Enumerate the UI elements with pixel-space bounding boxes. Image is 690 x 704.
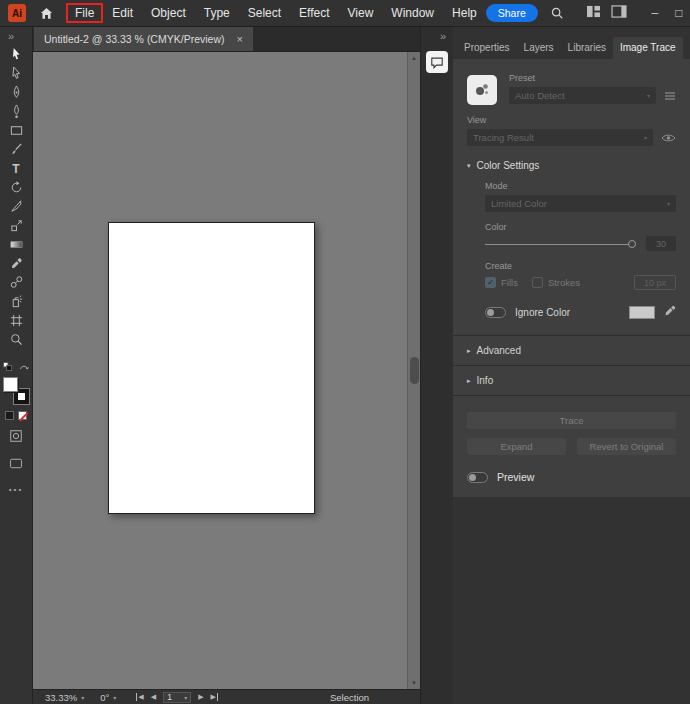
panel-collapse-icon[interactable]: » — [440, 30, 446, 42]
edit-toolbar-icon[interactable]: ••• — [9, 485, 23, 494]
zoom-level-dropdown[interactable]: 33.33% ▾ — [45, 692, 84, 703]
selection-tool[interactable] — [4, 45, 28, 64]
vertical-scrollbar[interactable]: ▲ ▼ — [407, 52, 420, 689]
color-slider[interactable] — [485, 237, 636, 251]
drawing-modes-icon[interactable] — [9, 429, 23, 447]
color-label: Color — [485, 222, 676, 232]
panel-menu-icon[interactable] — [664, 91, 676, 101]
menu-item-type[interactable]: Type — [195, 3, 239, 23]
rotate-tool[interactable] — [4, 178, 28, 197]
scroll-down-icon[interactable]: ▼ — [408, 680, 420, 686]
menu-item-object[interactable]: Object — [142, 3, 195, 23]
search-icon[interactable] — [550, 6, 564, 20]
share-button[interactable]: Share — [486, 4, 538, 22]
last-artboard-icon[interactable]: ▶ — [211, 693, 218, 701]
chevron-down-icon: ▾ — [647, 92, 650, 99]
illustrator-logo[interactable]: Ai — [8, 4, 26, 22]
artboard-number-field[interactable]: 1 ▾ — [163, 692, 191, 703]
menu-item-effect[interactable]: Effect — [290, 3, 338, 23]
tab-layers[interactable]: Layers — [517, 37, 561, 59]
maximize-button[interactable]: □ — [667, 0, 690, 27]
pen-tool[interactable] — [4, 83, 28, 102]
scroll-up-icon[interactable]: ▲ — [408, 55, 420, 61]
zoom-tool[interactable] — [4, 330, 28, 349]
tab-image-trace[interactable]: Image Trace — [613, 37, 683, 59]
slider-knob[interactable] — [628, 240, 636, 248]
stroke-width-field[interactable]: 10 px — [634, 275, 676, 290]
home-icon[interactable] — [39, 6, 54, 21]
none-color-icon[interactable] — [18, 411, 27, 420]
ignore-color-swatch[interactable] — [629, 306, 655, 319]
fills-checkbox[interactable]: ✓ — [485, 277, 496, 288]
image-trace-panel: Preset Auto Detect ▾ View — [453, 59, 690, 497]
fill-color-swatch[interactable] — [3, 377, 18, 392]
color-settings-label: Color Settings — [477, 160, 540, 171]
comment-bubble-icon — [430, 56, 444, 69]
revert-to-original-button[interactable]: Revert to Original — [577, 438, 676, 455]
previous-artboard-icon[interactable]: ◀ — [151, 693, 156, 701]
next-artboard-icon[interactable]: ▶ — [198, 693, 203, 701]
ignore-color-toggle[interactable] — [485, 307, 506, 318]
first-artboard-icon[interactable]: ◀ — [136, 693, 143, 701]
arrange-documents-icon[interactable] — [586, 4, 601, 22]
color-button[interactable] — [5, 411, 14, 420]
color-mini-controls — [3, 357, 29, 375]
swap-colors-icon[interactable] — [19, 357, 29, 375]
canvas[interactable]: ▲ ▼ — [33, 52, 420, 689]
expand-button[interactable]: Expand — [467, 438, 566, 455]
slider-track — [485, 244, 632, 245]
type-tool[interactable]: T — [4, 159, 28, 178]
stroke-width-value: 10 px — [644, 278, 666, 288]
zoom-level-value: 33.33% — [45, 692, 77, 703]
advanced-section-header[interactable]: ▸ Advanced — [453, 336, 690, 365]
curvature-tool[interactable] — [4, 102, 28, 121]
menu-item-file[interactable]: File — [66, 3, 103, 23]
rectangle-tool[interactable] — [4, 121, 28, 140]
symbol-sprayer-tool[interactable] — [4, 292, 28, 311]
color-settings-section-header[interactable]: ▾ Color Settings — [453, 146, 690, 171]
screen-mode-icon[interactable] — [9, 455, 23, 473]
default-colors-icon[interactable] — [3, 357, 12, 375]
knife-tool[interactable] — [4, 197, 28, 216]
menu-item-edit[interactable]: Edit — [103, 3, 142, 23]
menu-item-view[interactable]: View — [339, 3, 383, 23]
tab-libraries[interactable]: Libraries — [561, 37, 613, 59]
mode-dropdown[interactable]: Limited Color ▾ — [485, 195, 676, 212]
trace-button[interactable]: Trace — [467, 412, 676, 429]
menu-item-help[interactable]: Help — [443, 3, 486, 23]
scrollbar-thumb[interactable] — [410, 357, 419, 384]
image-trace-preset-icon[interactable] — [467, 75, 497, 105]
tab-properties[interactable]: Properties — [457, 37, 517, 59]
strokes-checkbox[interactable] — [532, 277, 543, 288]
scale-tool[interactable] — [4, 216, 28, 235]
rotation-dropdown[interactable]: 0° ▾ — [100, 692, 116, 703]
topbar-right-cluster: Share – □ × — [486, 0, 690, 27]
view-value: Tracing Result — [473, 132, 534, 143]
gradient-tool[interactable] — [4, 235, 28, 254]
workspace-switcher-icon[interactable] — [611, 4, 627, 22]
menu-item-window[interactable]: Window — [382, 3, 443, 23]
preset-dropdown[interactable]: Auto Detect ▾ — [509, 87, 656, 104]
preview-toggle[interactable] — [467, 472, 488, 483]
eye-icon[interactable] — [661, 133, 676, 143]
rotation-value: 0° — [100, 692, 109, 703]
eyedropper-icon[interactable] — [664, 305, 676, 319]
preset-value: Auto Detect — [515, 90, 565, 101]
artboard — [108, 222, 315, 514]
toolbar-collapse-icon[interactable]: » — [8, 30, 14, 42]
menu-item-select[interactable]: Select — [239, 3, 290, 23]
illustrator-window: Ai File Edit Object Type Select Effect V… — [0, 0, 690, 704]
paintbrush-tool[interactable] — [4, 140, 28, 159]
direct-selection-tool[interactable] — [4, 64, 28, 83]
blend-tool[interactable] — [4, 273, 28, 292]
comments-button[interactable] — [426, 51, 448, 73]
document-tab[interactable]: Untitled-2 @ 33.33 % (CMYK/Preview) × — [34, 27, 253, 51]
view-dropdown[interactable]: Tracing Result ▾ — [467, 129, 653, 146]
color-value-field[interactable]: 30 — [646, 236, 676, 251]
info-section-header[interactable]: ▸ Info — [453, 366, 690, 395]
chevron-down-icon: ▾ — [81, 694, 84, 701]
document-tab-close-icon[interactable]: × — [236, 33, 242, 45]
eyedropper-tool[interactable] — [4, 254, 28, 273]
artboard-tool[interactable] — [4, 311, 28, 330]
minimize-button[interactable]: – — [643, 0, 667, 27]
